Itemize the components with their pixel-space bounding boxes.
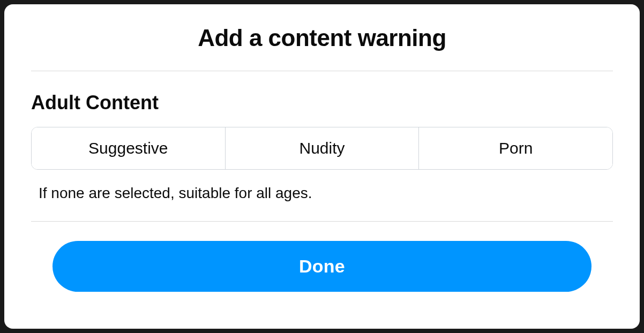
content-warning-modal: Add a content warning Adult Content Sugg…: [4, 4, 640, 329]
section-heading: Adult Content: [31, 92, 613, 114]
modal-title: Add a content warning: [26, 25, 618, 51]
content-options-group: Suggestive Nudity Porn: [31, 127, 613, 170]
helper-text: If none are selected, suitable for all a…: [31, 185, 613, 221]
option-nudity[interactable]: Nudity: [225, 127, 419, 169]
option-suggestive[interactable]: Suggestive: [32, 127, 225, 169]
done-button[interactable]: Done: [53, 241, 591, 292]
modal-header: Add a content warning: [4, 4, 640, 71]
option-porn[interactable]: Porn: [418, 127, 612, 169]
modal-footer: Done: [4, 222, 640, 313]
adult-content-section: Adult Content Suggestive Nudity Porn If …: [4, 71, 640, 221]
